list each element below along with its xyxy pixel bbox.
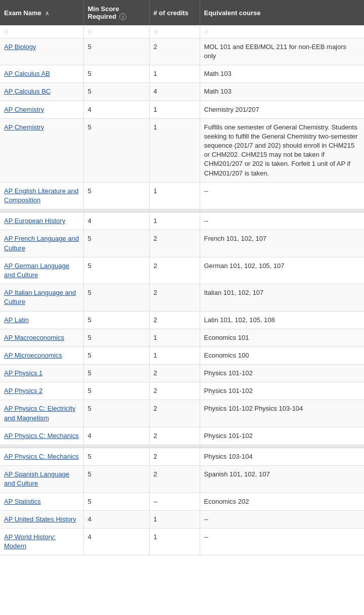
exam-name-link[interactable]: AP Biology [4,43,36,51]
min-score-cell: 5 [83,382,149,400]
exam-sort-cell[interactable]: ◇ [0,25,83,38]
table-row: AP Microeconomics51Economics 100 [0,346,364,364]
exam-name-cell: AP German Language and Culture [0,257,83,284]
credits-cell: 1 [149,182,200,209]
exam-name-sort-icon[interactable]: ∧ [45,10,49,16]
table-row: AP World History: Modern41-- [0,528,364,555]
min-score-cell: 5 [83,400,149,427]
credits-header[interactable]: # of credits [149,0,200,25]
exam-name-link[interactable]: AP Latin [4,316,29,324]
min-score-cell: 5 [83,493,149,510]
exam-name-link[interactable]: AP Italian Language and Culture [4,289,76,305]
exam-name-cell: AP Latin [0,311,83,329]
min-score-cell: 5 [83,448,149,466]
exam-name-cell: AP Physics C: Mechanics [0,427,83,445]
table-row: AP Italian Language and Culture52Italian… [0,284,364,311]
min-score-cell: 5 [83,346,149,364]
exam-name-link[interactable]: AP Physics C: Mechanics [4,453,79,460]
equivalent-course-header-label: Equivalent course [204,9,261,17]
exam-name-cell: AP United States History [0,510,83,528]
table-row: AP Physics C: Mechanics52Physics 103-104 [0,448,364,466]
equivalent-course-header[interactable]: Equivalent course [200,0,364,25]
min-score-cell: 5 [83,365,149,382]
credits-cell: 1 [149,528,200,555]
equiv-sort-cell: ◇ [200,25,364,38]
ap-credits-table: Exam Name ∧ Min Score Required i # of cr… [0,0,364,555]
exam-name-cell: AP Chemistry [0,118,83,182]
credits-cell: 4 [149,83,200,101]
exam-name-link[interactable]: AP Calculus BC [4,87,51,95]
exam-name-link[interactable]: AP Physics C: Electricity and Magnetism [4,405,75,421]
table-row: AP Chemistry41Chemistry 201/207 [0,101,364,118]
min-score-cell: 4 [83,427,149,445]
equivalent-cell: MOL 101 and EEB/MOL 211 for non-EEB majo… [200,38,364,65]
min-score-cell: 4 [83,510,149,528]
exam-name-link[interactable]: AP Spanish Language and Culture [4,470,69,487]
equivalent-cell: German 101, 102, 105, 107 [200,257,364,284]
exam-name-link[interactable]: AP European History [4,217,65,225]
credits-sort-cell[interactable]: ◇ [149,25,200,38]
min-score-header[interactable]: Min Score Required i [83,0,149,25]
exam-name-link[interactable]: AP Macroeconomics [4,334,64,341]
credits-cell: 1 [149,65,200,83]
equivalent-cell: Physics 101-102 Physics 103-104 [200,400,364,427]
table-row: AP French Language and Culture52French 1… [0,230,364,257]
equivalent-cell: -- [200,528,364,555]
credits-cell: 2 [149,365,200,382]
table-row: AP Calculus BC54Math 103 [0,83,364,101]
info-icon[interactable]: i [119,13,126,20]
exam-name-link[interactable]: AP Chemistry [4,123,44,131]
table-row: AP Physics C: Electricity and Magnetism5… [0,400,364,427]
exam-name-link[interactable]: AP Physics 2 [4,387,42,394]
exam-name-link[interactable]: AP English Literature and Composition [4,187,78,204]
table-row: AP Biology52MOL 101 and EEB/MOL 211 for … [0,38,364,65]
equivalent-cell: Fulfills one semester of General Chemist… [200,118,364,182]
min-score-cell: 4 [83,212,149,230]
min-sort-cell[interactable]: ◇ [83,25,149,38]
exam-name-link[interactable]: AP Microeconomics [4,352,62,359]
table-row: AP Calculus AB51Math 103 [0,65,364,83]
exam-name-cell: AP Physics 1 [0,365,83,382]
exam-name-link[interactable]: AP United States History [4,515,76,523]
exam-name-link[interactable]: AP Statistics [4,498,41,505]
exam-name-cell: AP Calculus AB [0,65,83,83]
exam-name-link[interactable]: AP German Language and Culture [4,262,69,279]
min-score-cell: 5 [83,182,149,209]
exam-name-cell: AP French Language and Culture [0,230,83,257]
table-row: AP Physics 252Physics 101-102 [0,382,364,400]
table-row: AP European History41-- [0,212,364,230]
credits-cell: 2 [149,466,200,493]
exam-name-link[interactable]: AP Physics C: Mechanics [4,432,79,440]
table-header-row: Exam Name ∧ Min Score Required i # of cr… [0,0,364,25]
exam-name-link[interactable]: AP French Language and Culture [4,235,79,251]
min-score-cell: 5 [83,311,149,329]
exam-name-cell: AP World History: Modern [0,528,83,555]
exam-name-header[interactable]: Exam Name ∧ [0,0,83,25]
min-score-cell: 4 [83,528,149,555]
exam-name-cell: AP European History [0,212,83,230]
exam-name-cell: AP Calculus BC [0,83,83,101]
table-row: AP Spanish Language and Culture52Spanish… [0,466,364,493]
credits-cell: 2 [149,448,200,466]
exam-name-header-label: Exam Name [4,9,41,17]
equivalent-cell: -- [200,510,364,528]
table-row: AP Statistics5--Economics 202 [0,493,364,510]
table-row: AP Chemistry51Fulfills one semester of G… [0,118,364,182]
min-score-cell: 5 [83,466,149,493]
credits-cell: 1 [149,510,200,528]
exam-name-cell: AP Physics C: Electricity and Magnetism [0,400,83,427]
exam-name-link[interactable]: AP Physics 1 [4,369,42,377]
exam-name-cell: AP Microeconomics [0,346,83,364]
equivalent-cell: Spanish 101, 102, 107 [200,466,364,493]
exam-name-cell: AP Macroeconomics [0,329,83,346]
table-row: AP Macroeconomics51Economics 101 [0,329,364,346]
min-score-header-label: Min Score Required [88,5,119,20]
min-score-cell: 5 [83,284,149,311]
exam-name-link[interactable]: AP World History: Modern [4,533,56,550]
exam-name-link[interactable]: AP Calculus AB [4,70,50,77]
equivalent-cell: French 101, 102, 107 [200,230,364,257]
credits-cell: 2 [149,284,200,311]
exam-name-link[interactable]: AP Chemistry [4,106,44,113]
equivalent-cell: Economics 100 [200,346,364,364]
exam-name-cell: AP English Literature and Composition [0,182,83,209]
